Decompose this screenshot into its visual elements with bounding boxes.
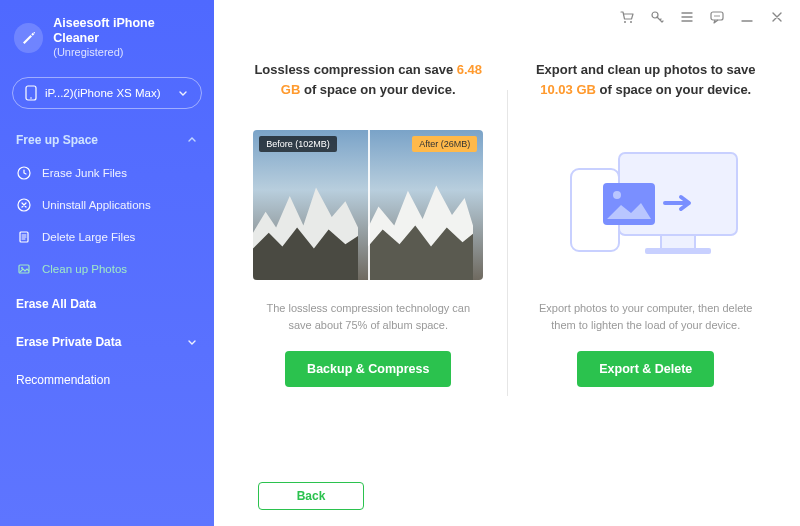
svg-point-12 — [714, 15, 716, 17]
headline-text: of space on your device. — [300, 82, 455, 97]
svg-point-14 — [718, 15, 720, 17]
back-button[interactable]: Back — [258, 482, 364, 510]
key-icon[interactable] — [648, 8, 666, 26]
feedback-icon[interactable] — [708, 8, 726, 26]
compress-headline: Lossless compression can save 6.48 GB of… — [252, 60, 485, 118]
headline-text: Export and clean up photos to save — [536, 62, 756, 77]
minimize-icon[interactable] — [738, 8, 756, 26]
chevron-up-icon — [186, 134, 198, 146]
compress-caption: The lossless compression technology can … — [258, 300, 478, 333]
sidebar: Aiseesoft iPhone Cleaner (Unregistered) … — [0, 0, 214, 526]
chevron-down-icon — [177, 87, 189, 99]
before-badge: Before (102MB) — [259, 136, 337, 152]
svg-point-13 — [716, 15, 718, 17]
main-content: Lossless compression can save 6.48 GB of… — [214, 0, 800, 526]
chevron-down-icon — [186, 336, 198, 348]
section-label: Erase Private Data — [16, 335, 121, 349]
headline-text: Lossless compression can save — [254, 62, 456, 77]
close-icon[interactable] — [768, 8, 786, 26]
sidebar-section-erase-all[interactable]: Erase All Data — [0, 285, 214, 323]
app-logo-icon — [14, 23, 43, 53]
sidebar-item-label: Uninstall Applications — [42, 199, 151, 211]
sidebar-item-delete-large[interactable]: Delete Large Files — [0, 221, 214, 253]
device-label: iP...2)(iPhone XS Max) — [45, 87, 160, 99]
app-logo-row: Aiseesoft iPhone Cleaner (Unregistered) — [0, 12, 214, 71]
panel-compress: Lossless compression can save 6.48 GB of… — [230, 60, 507, 476]
file-icon — [16, 229, 32, 245]
svg-point-0 — [33, 32, 35, 34]
menu-icon[interactable] — [678, 8, 696, 26]
app-title: Aiseesoft iPhone Cleaner — [53, 16, 200, 46]
photo-icon — [16, 261, 32, 277]
sidebar-item-label: Clean up Photos — [42, 263, 127, 275]
cart-icon[interactable] — [618, 8, 636, 26]
sidebar-item-label: Erase Junk Files — [42, 167, 127, 179]
after-badge: After (26MB) — [412, 136, 477, 152]
svg-point-8 — [624, 21, 626, 23]
section-label: Free up Space — [16, 133, 98, 147]
sidebar-item-cleanup-photos[interactable]: Clean up Photos — [0, 253, 214, 285]
panel-export: Export and clean up photos to save 10.03… — [508, 60, 785, 476]
sidebar-item-uninstall-apps[interactable]: Uninstall Applications — [0, 189, 214, 221]
compress-illustration: Before (102MB) After (26MB) — [253, 130, 483, 280]
section-label: Recommendation — [16, 373, 110, 387]
svg-rect-21 — [645, 248, 711, 254]
export-caption: Export photos to your computer, then del… — [536, 300, 756, 333]
export-delete-button[interactable]: Export & Delete — [577, 351, 714, 387]
clock-icon — [16, 165, 32, 181]
svg-point-24 — [613, 191, 621, 199]
svg-point-2 — [30, 97, 32, 99]
sidebar-section-erase-private[interactable]: Erase Private Data — [0, 323, 214, 361]
uninstall-icon — [16, 197, 32, 213]
app-subtitle: (Unregistered) — [53, 46, 200, 59]
headline-text: of space on your device. — [596, 82, 751, 97]
backup-compress-button[interactable]: Backup & Compress — [285, 351, 451, 387]
sidebar-section-recommendation[interactable]: Recommendation — [0, 361, 214, 399]
headline-amount: 10.03 GB — [540, 82, 596, 97]
export-illustration — [531, 130, 761, 280]
svg-point-9 — [630, 21, 632, 23]
titlebar-controls — [618, 8, 786, 26]
phone-icon — [25, 85, 37, 101]
section-label: Erase All Data — [16, 297, 96, 311]
device-selector[interactable]: iP...2)(iPhone XS Max) — [12, 77, 202, 109]
sidebar-section-freeup[interactable]: Free up Space — [0, 123, 214, 157]
sidebar-item-erase-junk[interactable]: Erase Junk Files — [0, 157, 214, 189]
export-headline: Export and clean up photos to save 10.03… — [530, 60, 763, 118]
sidebar-item-label: Delete Large Files — [42, 231, 135, 243]
svg-rect-20 — [661, 235, 695, 249]
